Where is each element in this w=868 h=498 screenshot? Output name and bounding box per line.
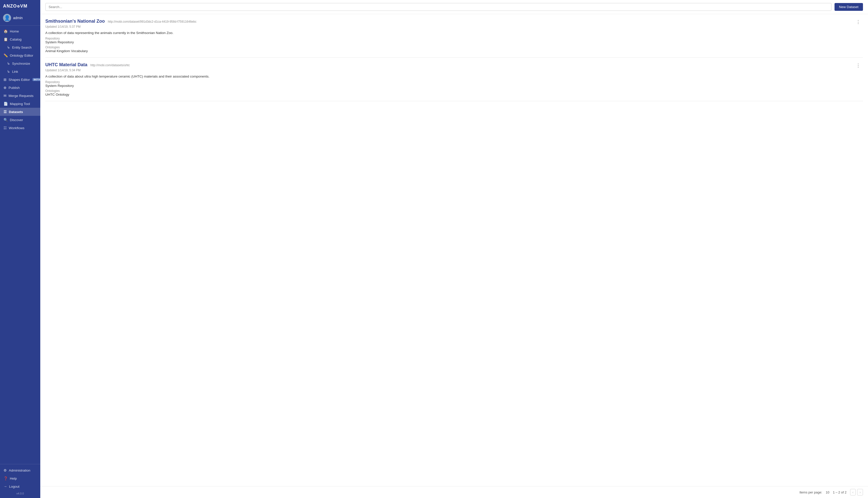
next-page-button[interactable]: › xyxy=(857,489,863,496)
avatar: 👤 xyxy=(3,14,11,22)
sidebar-item-catalog[interactable]: 📋 Catalog xyxy=(0,35,40,43)
repository-value: System Repository xyxy=(45,84,862,88)
dataset-url: http://mobi.com/dataset/991d3dc2-d1ca-44… xyxy=(108,20,196,23)
sidebar-item-label: Entity Search xyxy=(12,45,31,49)
dataset-description: A collection of data about ultra high te… xyxy=(45,75,862,78)
dataset-meta: Repository System Repository Ontologies … xyxy=(45,80,862,96)
sidebar-item-label: Logout xyxy=(9,485,19,488)
publish-icon: ⊕ xyxy=(3,86,6,90)
dataset-updated: Updated 1/14/19, 5:37 PM xyxy=(45,25,854,28)
search-input[interactable] xyxy=(45,3,831,11)
sidebar-item-label: Help xyxy=(10,476,17,480)
sidebar-item-label: Discover xyxy=(10,118,23,122)
sidebar-item-label: Shapes Editor xyxy=(9,78,30,81)
sidebar-item-logout[interactable]: → Logout xyxy=(0,482,40,490)
user-area: 👤 admin xyxy=(0,11,40,26)
dataset-card: UHTC Material Data http://mobi.com/datas… xyxy=(45,58,863,101)
dataset-more-button[interactable]: ⋮ xyxy=(854,18,862,25)
pagination-range: 1 – 2 of 2 xyxy=(833,490,846,494)
administration-icon: ⚙ xyxy=(3,468,7,472)
sidebar-item-synchronize[interactable]: ↳ Synchronize xyxy=(0,60,40,67)
catalog-icon: 📋 xyxy=(3,37,8,41)
sidebar-item-label: Mapping Tool xyxy=(10,102,30,106)
dataset-description: A collection of data representing the an… xyxy=(45,31,862,35)
dataset-header: UHTC Material Data http://mobi.com/datas… xyxy=(45,62,862,72)
dataset-meta: Repository System Repository Ontologies … xyxy=(45,37,862,53)
sidebar-bottom: ⚙ Administration ❓ Help → Logout v4.0.0 xyxy=(0,464,40,498)
shapes-editor-icon: ⊞ xyxy=(3,78,6,81)
sidebar-item-label: Datasets xyxy=(9,110,23,114)
dataset-url: http://mobi.com/datasets/uhtc xyxy=(90,63,130,67)
ontologies-label: Ontologies xyxy=(45,45,862,49)
sidebar-item-mapping-tool[interactable]: 📄 Mapping Tool xyxy=(0,100,40,108)
ontology-editor-icon: ✏️ xyxy=(3,53,8,57)
dataset-list: Smithsonian's National Zoo http://mobi.c… xyxy=(40,14,868,486)
sidebar-item-label: Catalog xyxy=(10,38,22,41)
app-logo: ANZO⚙VM xyxy=(0,0,40,11)
toolbar: New Dataset xyxy=(40,0,868,14)
ontologies-value: Animal Kingdom Vocabulary xyxy=(45,49,862,53)
dataset-card: Smithsonian's National Zoo http://mobi.c… xyxy=(45,14,863,58)
sidebar-item-discover[interactable]: 🔍 Discover xyxy=(0,116,40,124)
sidebar-item-label: Publish xyxy=(9,86,19,90)
items-per-page-label: Items per page: xyxy=(800,490,822,494)
sidebar-item-label: Link xyxy=(12,70,18,74)
dataset-title-area: Smithsonian's National Zoo http://mobi.c… xyxy=(45,18,854,28)
ontologies-value: UHTC Ontology xyxy=(45,93,862,96)
ontologies-label: Ontologies xyxy=(45,89,862,93)
new-dataset-button[interactable]: New Dataset xyxy=(834,3,863,11)
dataset-more-button[interactable]: ⋮ xyxy=(854,62,862,69)
link-icon: ↳ xyxy=(7,69,10,74)
workflows-icon: ☷ xyxy=(3,126,7,130)
sidebar-item-label: Home xyxy=(10,29,19,33)
sidebar-item-datasets[interactable]: ☰ Datasets xyxy=(0,108,40,116)
repository-label: Repository xyxy=(45,80,862,84)
dataset-updated: Updated 1/14/19, 5:34 PM xyxy=(45,68,854,72)
sidebar-item-label: Synchronize xyxy=(12,62,30,65)
sidebar-item-label: Ontology Editor xyxy=(10,54,33,57)
sidebar-item-entity-search[interactable]: ↳ Entity Search xyxy=(0,43,40,51)
dataset-title-area: UHTC Material Data http://mobi.com/datas… xyxy=(45,62,854,72)
sidebar-item-administration[interactable]: ⚙ Administration xyxy=(0,466,40,474)
sidebar-item-merge-requests[interactable]: ✉ Merge Requests xyxy=(0,92,40,100)
sidebar-item-label: Workflows xyxy=(9,126,24,130)
dataset-title: UHTC Material Data xyxy=(45,62,87,67)
help-icon: ❓ xyxy=(3,476,8,480)
dataset-title: Smithsonian's National Zoo xyxy=(45,18,105,24)
repository-value: System Repository xyxy=(45,40,862,44)
beta-badge: BETA xyxy=(32,78,40,81)
username: admin xyxy=(13,16,23,20)
sidebar-item-shapes-editor[interactable]: ⊞ Shapes Editor BETA xyxy=(0,76,40,83)
sidebar-item-publish[interactable]: ⊕ Publish xyxy=(0,83,40,92)
synchronize-icon: ↳ xyxy=(7,62,10,65)
version-label: v4.0.0 xyxy=(0,490,40,496)
entity-search-icon: ↳ xyxy=(7,45,10,49)
items-per-page-value: 10 xyxy=(826,490,829,494)
nav-section: 🏠 Home 📋 Catalog ↳ Entity Search ✏️ Onto… xyxy=(0,26,40,133)
merge-requests-icon: ✉ xyxy=(3,94,6,98)
pagination-footer: Items per page: 10 1 – 2 of 2 ‹ › xyxy=(40,486,868,498)
sidebar-item-label: Merge Requests xyxy=(9,94,34,98)
mapping-tool-icon: 📄 xyxy=(3,102,8,106)
sidebar-item-workflows[interactable]: ☷ Workflows xyxy=(0,124,40,132)
sidebar-item-label: Administration xyxy=(9,469,30,472)
sidebar-item-link[interactable]: ↳ Link xyxy=(0,67,40,76)
sidebar-item-home[interactable]: 🏠 Home xyxy=(0,27,40,35)
sidebar-item-help[interactable]: ❓ Help xyxy=(0,474,40,482)
main-content: New Dataset Smithsonian's National Zoo h… xyxy=(40,0,868,498)
repository-label: Repository xyxy=(45,37,862,40)
prev-page-button[interactable]: ‹ xyxy=(850,489,856,496)
datasets-icon: ☰ xyxy=(3,110,7,114)
dataset-header: Smithsonian's National Zoo http://mobi.c… xyxy=(45,18,862,28)
home-icon: 🏠 xyxy=(3,29,8,33)
discover-icon: 🔍 xyxy=(3,118,8,122)
sidebar: ANZO⚙VM 👤 admin 🏠 Home 📋 Catalog ↳ Entit… xyxy=(0,0,40,498)
logout-icon: → xyxy=(3,484,7,488)
pagination-controls: ‹ › xyxy=(850,489,863,496)
sidebar-item-ontology-editor[interactable]: ✏️ Ontology Editor xyxy=(0,51,40,60)
